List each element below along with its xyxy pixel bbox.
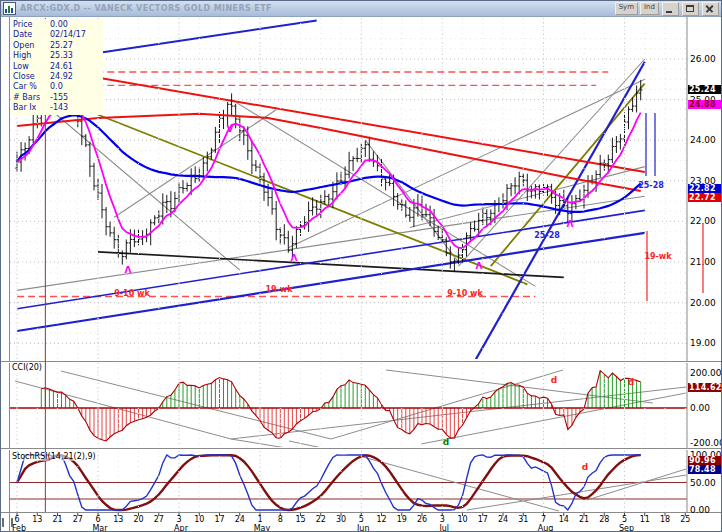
price-chart-svg[interactable]: 26.0025.0024.0023.0022.0021.0020.0019.00… — [1, 1, 722, 532]
svg-text:6: 6 — [14, 515, 19, 524]
svg-text:Feb: Feb — [12, 524, 26, 532]
svg-text:-200.00: -200.00 — [690, 438, 722, 448]
chart-annotation: 9-10 wk — [447, 289, 483, 298]
stoch-value-badge: 90.96 — [688, 456, 722, 465]
sym-button[interactable]: Sym — [615, 2, 638, 15]
info-row: Close24.92 — [13, 72, 101, 82]
svg-text:26.00: 26.00 — [690, 54, 716, 64]
info-row: Bar Ix-143 — [13, 103, 101, 113]
price-panel — [10, 20, 687, 361]
svg-text:19.00: 19.00 — [690, 338, 716, 348]
svg-text:0.00: 0.00 — [690, 403, 710, 413]
svg-text:Mar: Mar — [92, 524, 108, 532]
minimize-button[interactable] — [662, 2, 679, 16]
svg-text:200.00: 200.00 — [690, 368, 722, 378]
trendline — [491, 83, 645, 266]
svg-text:6: 6 — [95, 515, 100, 524]
svg-text:24.00: 24.00 — [690, 135, 716, 145]
svg-text:10: 10 — [457, 515, 467, 524]
trendline — [49, 96, 527, 285]
svg-text:30: 30 — [336, 515, 346, 524]
chart-annotation: 19-wk — [644, 252, 672, 261]
svg-text:26: 26 — [417, 515, 427, 524]
svg-text:8: 8 — [278, 515, 283, 524]
svg-text:Sep: Sep — [619, 524, 634, 532]
svg-text:Jul: Jul — [438, 524, 449, 532]
svg-text:0.00: 0.00 — [690, 505, 710, 515]
app-icon — [3, 2, 16, 15]
svg-text:17: 17 — [214, 515, 224, 524]
svg-text:5: 5 — [359, 515, 364, 524]
chart-annotation: 25-28 — [638, 181, 664, 190]
chart-annotation: V — [227, 124, 234, 134]
svg-text:18: 18 — [660, 515, 670, 524]
svg-text:Jun: Jun — [356, 524, 370, 532]
info-row: Open25.27 — [13, 41, 101, 51]
stoch-value-badge: 78.48 — [688, 465, 722, 474]
cci-panel — [10, 370, 687, 477]
svg-text:12: 12 — [376, 515, 386, 524]
ohlc-info-box: Price0.00Date02/14/17Open25.27High25.33L… — [11, 19, 103, 115]
titlebar[interactable]: ARCX:GDX.D -- VANECK VECTORS GOLD MINERS… — [1, 1, 721, 17]
chart-annotation: Λ — [476, 261, 483, 271]
chart-annotation: Λ — [567, 219, 574, 229]
chart-annotation: d — [582, 462, 588, 472]
svg-text:3: 3 — [440, 515, 445, 524]
svg-text:27: 27 — [154, 515, 164, 524]
chart-window: ARCX:GDX.D -- VANECK VECTORS GOLD MINERS… — [0, 0, 722, 532]
svg-text:22: 22 — [316, 515, 326, 524]
svg-text:1: 1 — [257, 515, 262, 524]
svg-text:31: 31 — [518, 515, 528, 524]
info-row: Low24.61 — [13, 62, 101, 72]
svg-text:3: 3 — [176, 515, 181, 524]
svg-text:10: 10 — [194, 515, 204, 524]
stoch-panel-label: StochRSI(14,21(2),9) — [12, 452, 96, 461]
chart-annotation: Λ — [125, 265, 132, 275]
svg-text:24: 24 — [235, 515, 245, 524]
svg-text:28: 28 — [599, 515, 609, 524]
svg-text:25: 25 — [680, 515, 690, 524]
info-row: High25.33 — [13, 51, 101, 61]
chart-annotation: d — [443, 437, 449, 447]
chart-annotation: 19-wk — [265, 285, 293, 294]
svg-text:Apr: Apr — [174, 524, 189, 532]
svg-text:17: 17 — [478, 515, 488, 524]
trendline — [17, 210, 645, 308]
price-value-badge: 25.24 — [688, 85, 722, 94]
price-value-badge: 22.72 — [688, 193, 722, 202]
resize-grip-icon[interactable] — [2, 518, 13, 527]
chart-annotation: d — [628, 377, 634, 387]
svg-text:27: 27 — [73, 515, 83, 524]
svg-text:5: 5 — [622, 515, 627, 524]
svg-text:May: May — [254, 524, 271, 532]
info-row: # Bars-155 — [13, 93, 101, 103]
chart-annotation: Λ — [291, 253, 298, 263]
svg-text:50.00: 50.00 — [690, 478, 716, 488]
svg-text:21: 21 — [579, 515, 589, 524]
chart-annotation: 25-28 — [534, 231, 560, 240]
svg-text:11: 11 — [640, 515, 650, 524]
info-row: Car %0.0 — [13, 82, 101, 92]
svg-text:13: 13 — [113, 515, 123, 524]
annotations: 9-10 wk19-wk9-10 wk19-wk25-2825-28ΛΛΛΛVd… — [45, 18, 703, 512]
cci-value-badge: 114.62 — [688, 383, 722, 392]
svg-text:13: 13 — [32, 515, 42, 524]
svg-text:24: 24 — [498, 515, 508, 524]
price-value-badge: 24.88 — [688, 100, 722, 109]
close-button[interactable] — [702, 2, 719, 16]
info-row: Date02/14/17 — [13, 30, 101, 40]
svg-text:21: 21 — [52, 515, 62, 524]
svg-text:20: 20 — [133, 515, 143, 524]
price-value-badge: 22.82 — [688, 184, 722, 193]
svg-text:7: 7 — [541, 515, 546, 524]
svg-text:15: 15 — [295, 515, 305, 524]
window-title: ARCX:GDX.D -- VANECK VECTORS GOLD MINERS… — [18, 4, 613, 13]
svg-text:Aug: Aug — [538, 524, 554, 532]
info-row: Price0.00 — [13, 20, 101, 30]
chart-annotation: d — [551, 375, 557, 385]
maximize-button[interactable] — [682, 2, 699, 16]
cci-panel-label: CCI(20) — [12, 363, 42, 372]
chart-annotation: 9-10 wk — [114, 289, 150, 298]
svg-text:19: 19 — [397, 515, 407, 524]
ind-button[interactable]: Ind — [640, 2, 659, 15]
